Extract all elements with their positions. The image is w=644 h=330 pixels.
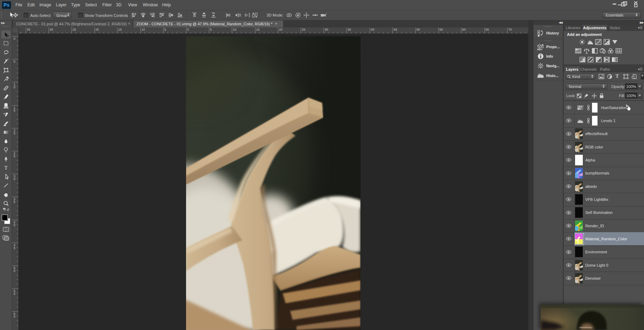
svg-text:T: T (4, 165, 7, 171)
